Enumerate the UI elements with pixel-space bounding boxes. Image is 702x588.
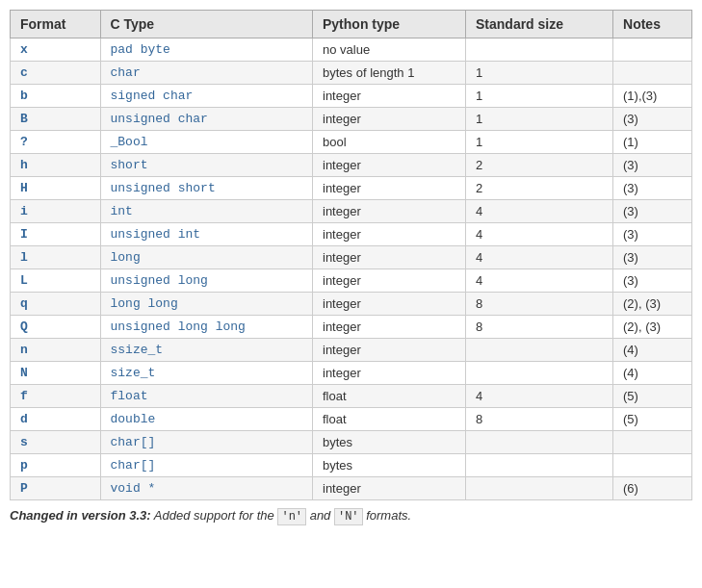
cell-ctype: _Bool <box>100 131 313 154</box>
cell-notes: (5) <box>613 385 692 408</box>
cell-notes <box>613 62 692 85</box>
cell-ctype: signed char <box>100 85 313 108</box>
cell-pytype: integer <box>313 177 466 200</box>
cell-ctype: size_t <box>100 362 313 385</box>
cell-pytype: integer <box>313 108 466 131</box>
cell-ctype: char[] <box>100 431 313 454</box>
footer-code1: 'n' <box>277 508 306 525</box>
cell-pytype: float <box>313 408 466 431</box>
cell-format: Q <box>11 316 101 339</box>
col-header-format: Format <box>11 11 101 38</box>
cell-ctype: short <box>100 154 313 177</box>
cell-format: P <box>11 477 101 500</box>
cell-pytype: integer <box>313 293 466 316</box>
cell-ctype: double <box>100 408 313 431</box>
cell-stdsize: 1 <box>466 85 613 108</box>
cell-format: H <box>11 177 101 200</box>
cell-ctype: unsigned long <box>100 269 313 293</box>
cell-pytype: integer <box>313 246 466 269</box>
col-header-stdsize: Standard size <box>466 11 613 38</box>
cell-pytype: integer <box>313 316 466 339</box>
cell-stdsize <box>466 38 613 62</box>
table-row: hshortinteger2(3) <box>11 154 692 177</box>
cell-format: l <box>11 246 101 269</box>
cell-ctype: unsigned char <box>100 108 313 131</box>
footer-text: Added support for the <box>151 508 278 523</box>
cell-pytype: integer <box>313 477 466 500</box>
cell-ctype: unsigned long long <box>100 316 313 339</box>
cell-notes: (2), (3) <box>613 316 692 339</box>
cell-stdsize: 4 <box>466 223 613 246</box>
cell-stdsize: 8 <box>466 408 613 431</box>
cell-format: n <box>11 339 101 362</box>
cell-notes: (5) <box>613 408 692 431</box>
cell-pytype: integer <box>313 362 466 385</box>
cell-notes <box>613 38 692 62</box>
cell-stdsize: 8 <box>466 316 613 339</box>
cell-notes: (6) <box>613 477 692 500</box>
cell-ctype: pad byte <box>100 38 313 62</box>
cell-pytype: bytes <box>313 431 466 454</box>
cell-stdsize <box>466 362 613 385</box>
cell-format: ? <box>11 131 101 154</box>
cell-stdsize: 1 <box>466 62 613 85</box>
cell-ctype: char[] <box>100 454 313 477</box>
cell-pytype: no value <box>313 38 466 62</box>
table-row: xpad byteno value <box>11 38 692 62</box>
footer-middle: and <box>306 508 334 523</box>
cell-stdsize: 4 <box>466 246 613 269</box>
cell-format: d <box>11 408 101 431</box>
table-row: ?_Boolbool1(1) <box>11 131 692 154</box>
table-row: llonginteger4(3) <box>11 246 692 269</box>
cell-notes: (3) <box>613 223 692 246</box>
table-row: iintinteger4(3) <box>11 200 692 223</box>
cell-notes <box>613 431 692 454</box>
cell-notes: (3) <box>613 154 692 177</box>
table-row: ccharbytes of length 11 <box>11 62 692 85</box>
cell-format: B <box>11 108 101 131</box>
cell-notes: (2), (3) <box>613 293 692 316</box>
footer-suffix: formats. <box>363 508 412 523</box>
cell-stdsize: 2 <box>466 154 613 177</box>
cell-notes <box>613 454 692 477</box>
table-row: Bunsigned charinteger1(3) <box>11 108 692 131</box>
cell-pytype: float <box>313 385 466 408</box>
cell-notes: (3) <box>613 200 692 223</box>
footer-code2: 'N' <box>334 508 363 525</box>
table-row: pchar[]bytes <box>11 454 692 477</box>
cell-format: s <box>11 431 101 454</box>
cell-format: L <box>11 269 101 293</box>
cell-stdsize <box>466 477 613 500</box>
cell-format: N <box>11 362 101 385</box>
col-header-pytype: Python type <box>313 11 466 38</box>
cell-format: f <box>11 385 101 408</box>
table-row: Pvoid *integer(6) <box>11 477 692 500</box>
cell-notes: (3) <box>613 246 692 269</box>
cell-format: q <box>11 293 101 316</box>
cell-stdsize <box>466 454 613 477</box>
cell-notes: (1),(3) <box>613 85 692 108</box>
table-row: schar[]bytes <box>11 431 692 454</box>
table-row: Iunsigned intinteger4(3) <box>11 223 692 246</box>
footer-changed-label: Changed in version 3.3: <box>10 508 151 523</box>
cell-ctype: float <box>100 385 313 408</box>
table-row: Qunsigned long longinteger8(2), (3) <box>11 316 692 339</box>
table-row: Lunsigned longinteger4(3) <box>11 269 692 293</box>
cell-notes: (4) <box>613 339 692 362</box>
col-header-notes: Notes <box>613 11 692 38</box>
cell-format: h <box>11 154 101 177</box>
cell-stdsize: 1 <box>466 131 613 154</box>
cell-ctype: unsigned short <box>100 177 313 200</box>
cell-notes: (3) <box>613 269 692 293</box>
cell-ctype: int <box>100 200 313 223</box>
cell-pytype: bytes <box>313 454 466 477</box>
cell-format: I <box>11 223 101 246</box>
table-row: Nsize_tinteger(4) <box>11 362 692 385</box>
cell-pytype: integer <box>313 223 466 246</box>
cell-pytype: integer <box>313 85 466 108</box>
cell-ctype: char <box>100 62 313 85</box>
table-row: qlong longinteger8(2), (3) <box>11 293 692 316</box>
cell-notes: (3) <box>613 177 692 200</box>
cell-stdsize: 8 <box>466 293 613 316</box>
cell-format: c <box>11 62 101 85</box>
